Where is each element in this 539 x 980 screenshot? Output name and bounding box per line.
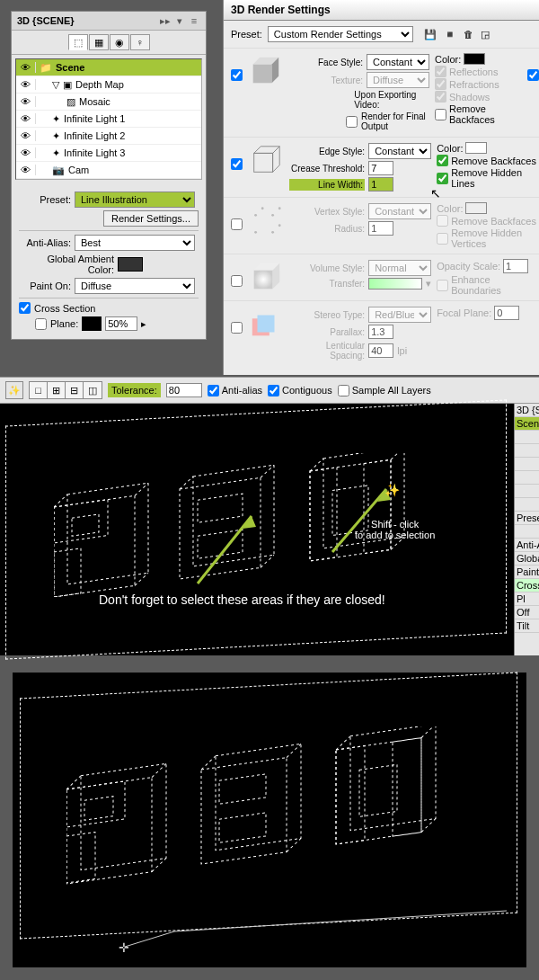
edge-hidden-checkbox[interactable]	[437, 173, 448, 184]
face-extra-checkbox[interactable]	[527, 69, 539, 81]
edge-style-select[interactable]: Constant	[368, 143, 431, 159]
tree-row-scene[interactable]: 👁 📁Scene	[16, 59, 201, 76]
mini-scene-panel: 3D {SCEN Scene Preset: Anti-Alias Global…	[514, 404, 539, 655]
stop-icon[interactable]: ◾	[444, 29, 456, 40]
vertex-enable-checkbox[interactable]	[231, 218, 243, 230]
chevron-down-icon[interactable]: ▽	[52, 79, 59, 91]
visibility-icon[interactable]: 👁	[16, 79, 36, 90]
svg-rect-52	[81, 763, 166, 869]
svg-rect-53	[201, 758, 287, 864]
lasso-cursor-icon: ✛	[119, 940, 129, 955]
magic-wand-cursor-icon: ✨	[384, 483, 400, 497]
cross-section-label: Cross Section	[34, 303, 95, 314]
slider-icon[interactable]: ▸	[141, 318, 146, 330]
visibility-icon[interactable]: 👁	[16, 165, 36, 175]
shadows-checkbox	[435, 91, 446, 102]
rewind-icon[interactable]: ▸▸	[159, 14, 172, 27]
material-icon: ▨	[66, 96, 75, 108]
render-settings-button[interactable]: Render Settings...	[103, 210, 199, 227]
render-final-checkbox[interactable]	[346, 116, 358, 128]
tab-materials[interactable]: ◉	[110, 34, 129, 50]
tree-row-light2[interactable]: 👁 ✦Infinite Light 2	[16, 128, 201, 145]
collapse-icon[interactable]: ▾	[173, 14, 186, 27]
svg-rect-59	[216, 744, 301, 850]
tab-mesh[interactable]: ▦	[89, 34, 109, 50]
save-icon[interactable]: 💾	[424, 29, 437, 40]
svg-marker-5	[273, 147, 280, 173]
ambient-color-swatch[interactable]	[118, 257, 143, 272]
visibility-icon[interactable]: 👁	[16, 147, 36, 158]
vertex-hidden-checkbox	[437, 233, 448, 245]
render-preset-select[interactable]: Custom Render Settings	[268, 26, 413, 42]
tree-row-light3[interactable]: 👁 ✦Infinite Light 3	[16, 145, 201, 162]
face-enable-checkbox[interactable]	[231, 69, 243, 81]
panel-title: 3D {SCENE}	[17, 15, 75, 26]
add-selection-button[interactable]: ⊞	[48, 382, 66, 398]
canvas-preview-2[interactable]: ✛	[13, 673, 526, 967]
new-selection-button[interactable]: □	[30, 382, 48, 398]
delete-icon[interactable]: 🗑	[464, 29, 473, 40]
line-width-input[interactable]	[368, 177, 393, 192]
antialias-select[interactable]: Best	[75, 235, 195, 251]
svg-rect-3	[254, 153, 273, 172]
visibility-icon[interactable]: 👁	[16, 62, 36, 73]
vertex-cube-icon	[248, 201, 284, 239]
stereo-cube-icon	[248, 305, 284, 343]
edge-color-swatch[interactable]	[465, 142, 487, 154]
plane-opacity-input[interactable]	[105, 316, 137, 331]
svg-point-10	[261, 207, 264, 209]
tree-row-cam[interactable]: 👁 📷Cam	[16, 162, 201, 179]
tree-row-depthmap[interactable]: 👁 ▽▣Depth Map	[16, 76, 201, 94]
visibility-icon[interactable]: 👁	[16, 130, 36, 141]
sample-all-checkbox[interactable]	[338, 385, 349, 396]
crease-threshold-input[interactable]	[368, 161, 393, 175]
face-texture-select: Diffuse	[367, 72, 429, 88]
light-icon: ✦	[52, 113, 60, 125]
face-cube-icon	[248, 52, 282, 90]
menu-icon[interactable]: ≡	[188, 14, 200, 27]
painton-select[interactable]: Diffuse	[75, 278, 195, 294]
svg-rect-17	[258, 316, 275, 333]
svg-rect-46	[66, 781, 125, 827]
volume-enable-checkbox[interactable]	[231, 275, 243, 287]
visibility-icon[interactable]: 👁	[16, 96, 36, 107]
magic-wand-tool-icon[interactable]: ✨	[5, 381, 23, 399]
transfer-gradient	[368, 278, 422, 290]
face-style-select[interactable]: Constant	[367, 54, 429, 70]
lasso-path	[120, 906, 516, 960]
svg-line-38	[391, 453, 404, 459]
ambient-label: Global Ambient Color:	[19, 254, 114, 275]
tab-scene[interactable]: ⬚	[68, 34, 88, 50]
face-color-swatch[interactable]	[464, 53, 485, 65]
tree-row-light1[interactable]: 👁 ✦Infinite Light 1	[16, 111, 201, 128]
edge-enable-checkbox[interactable]	[231, 158, 243, 170]
tree-row-mosaic[interactable]: 👁 ▨Mosaic	[16, 94, 201, 111]
light-icon: ✦	[52, 130, 60, 142]
subtract-selection-button[interactable]: ⊟	[66, 382, 84, 398]
face-backfaces-checkbox[interactable]	[435, 109, 446, 120]
plane-checkbox[interactable]	[35, 318, 47, 330]
canvas-preview-1[interactable]: Shift - clickto add to selection Don't f…	[0, 404, 539, 655]
svg-line-30	[261, 465, 274, 477]
stereo-enable-checkbox[interactable]	[231, 322, 243, 334]
antialias-checkbox[interactable]	[208, 385, 219, 396]
tolerance-label: Tolerance:	[108, 383, 161, 397]
contiguous-checkbox[interactable]	[268, 385, 279, 396]
cube-icon[interactable]: ◲	[481, 29, 490, 40]
svg-rect-47	[84, 797, 113, 820]
psd-wireframe-2	[66, 726, 489, 888]
plane-color-swatch[interactable]	[82, 316, 102, 331]
svg-rect-20	[72, 514, 99, 536]
scene-tree: 👁 📁Scene 👁 ▽▣Depth Map 👁 ▨Mosaic 👁 ✦Infi…	[15, 58, 202, 180]
render-preset-label: Preset:	[231, 29, 262, 40]
cross-section-checkbox[interactable]	[19, 302, 31, 314]
preset-select[interactable]: Line Illustration	[75, 192, 195, 208]
visibility-icon[interactable]: 👁	[16, 113, 36, 124]
svg-rect-0	[253, 64, 272, 83]
edge-backfaces-checkbox[interactable]	[437, 155, 448, 166]
tolerance-input[interactable]	[166, 383, 202, 397]
svg-rect-55	[219, 813, 266, 842]
intersect-selection-button[interactable]: ◫	[84, 382, 102, 398]
preset-label: Preset:	[19, 194, 71, 205]
tab-lights[interactable]: ♀	[130, 34, 150, 50]
